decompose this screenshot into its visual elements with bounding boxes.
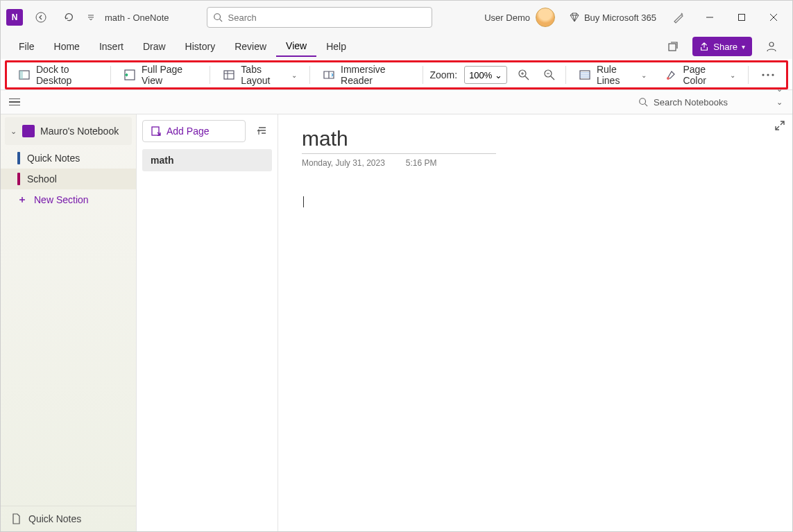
- dock-icon: [18, 69, 31, 81]
- new-section-button[interactable]: ＋ New Section: [1, 189, 136, 210]
- chevron-down-icon: ▾: [742, 43, 745, 51]
- open-in-new-window-button[interactable]: [660, 34, 685, 59]
- svg-point-0: [36, 12, 46, 22]
- search-input[interactable]: [228, 12, 426, 23]
- plus-icon: ＋: [17, 194, 27, 206]
- add-page-button[interactable]: Add Page: [142, 120, 246, 142]
- tabs-layout-icon: [223, 69, 235, 81]
- note-canvas[interactable]: math Monday, July 31, 2023 5:16 PM: [278, 114, 792, 531]
- add-page-icon: [150, 126, 161, 137]
- section-school[interactable]: School: [1, 169, 136, 189]
- user-account-button[interactable]: User Demo: [480, 8, 559, 27]
- page-title[interactable]: math: [302, 127, 496, 151]
- tabs-layout-button[interactable]: Tabs Layout ⌄: [217, 60, 302, 89]
- zoom-select[interactable]: 100% ⌄: [464, 66, 507, 84]
- svg-line-2: [219, 19, 222, 22]
- svg-point-26: [667, 77, 670, 80]
- immersive-reader-button[interactable]: Immersive Reader: [317, 60, 415, 89]
- content-area: ⌄ Mauro's Notebook Quick Notes School ＋ …: [1, 114, 792, 531]
- zoom-in-button[interactable]: [514, 62, 533, 87]
- menu-history[interactable]: History: [176, 37, 225, 56]
- svg-rect-32: [152, 127, 159, 135]
- page-item-math[interactable]: math: [142, 149, 272, 171]
- search-icon: [638, 97, 648, 107]
- svg-rect-7: [669, 44, 676, 51]
- rule-lines-icon: [579, 69, 591, 81]
- menu-bar: File Home Insert Draw History Review Vie…: [1, 34, 792, 59]
- expand-canvas-button[interactable]: [774, 120, 785, 131]
- fullpage-icon: [123, 69, 136, 81]
- svg-point-27: [762, 74, 764, 76]
- qat-customize-button[interactable]: [84, 5, 98, 30]
- svg-point-1: [214, 14, 220, 20]
- view-ribbon: Dock to Desktop Full Page View Tabs Layo…: [5, 60, 788, 89]
- pen-settings-button[interactable]: [666, 5, 691, 30]
- notebook-sidebar: ⌄ Mauro's Notebook Quick Notes School ＋ …: [1, 114, 137, 531]
- window-title: math - OneNote: [105, 12, 169, 23]
- back-button[interactable]: [28, 5, 53, 30]
- menu-file[interactable]: File: [9, 37, 44, 56]
- svg-point-30: [640, 98, 646, 105]
- menu-view[interactable]: View: [276, 36, 316, 57]
- maximize-button[interactable]: [726, 3, 758, 31]
- svg-point-29: [771, 74, 774, 76]
- svg-point-8: [769, 42, 774, 46]
- svg-rect-4: [739, 15, 745, 21]
- sort-pages-button[interactable]: [253, 121, 272, 141]
- page-list-panel: Add Page math: [137, 114, 278, 531]
- page-icon: [10, 513, 22, 524]
- page-time[interactable]: 5:16 PM: [406, 158, 437, 168]
- more-options-button[interactable]: [756, 62, 781, 87]
- svg-rect-12: [224, 71, 234, 79]
- share-icon: [699, 42, 709, 51]
- titlebar: N math - OneNote User Demo Buy Microsoft…: [1, 1, 792, 34]
- menu-home[interactable]: Home: [44, 37, 89, 56]
- notebook-icon: [22, 125, 35, 137]
- chevron-down-icon: ⌄: [730, 71, 735, 79]
- page-date[interactable]: Monday, July 31, 2023: [302, 158, 385, 168]
- window-controls: [694, 3, 790, 31]
- section-quick-notes[interactable]: Quick Notes: [1, 148, 136, 169]
- ribbon-collapse-button[interactable]: ⌄: [776, 85, 783, 94]
- rule-lines-button[interactable]: Rule Lines ⌄: [573, 60, 652, 89]
- onenote-app-icon: N: [6, 9, 23, 26]
- undo-button[interactable]: [56, 5, 81, 30]
- title-underline: [302, 153, 496, 154]
- dock-to-desktop-button[interactable]: Dock to Desktop: [12, 60, 103, 89]
- svg-point-28: [767, 74, 769, 76]
- user-avatar-icon: [536, 8, 555, 27]
- page-header: math Monday, July 31, 2023 5:16 PM: [302, 127, 496, 168]
- share-button[interactable]: Share ▾: [692, 37, 752, 56]
- chevron-down-icon: ⌄: [10, 127, 17, 136]
- chevron-down-icon: ⌄: [776, 98, 783, 107]
- svg-line-20: [551, 76, 554, 80]
- search-box[interactable]: [207, 7, 432, 28]
- notebook-picker[interactable]: ⌄ Mauro's Notebook: [5, 117, 132, 145]
- section-color-icon: [17, 173, 20, 185]
- feedback-button[interactable]: [759, 34, 784, 59]
- svg-rect-10: [19, 71, 23, 79]
- svg-line-31: [645, 104, 648, 107]
- text-cursor: [303, 196, 304, 207]
- user-label: User Demo: [484, 12, 530, 23]
- menu-review[interactable]: Review: [225, 37, 276, 56]
- search-icon: [213, 12, 223, 22]
- buy-microsoft-365-button[interactable]: Buy Microsoft 365: [562, 12, 663, 23]
- zoom-label: Zoom:: [429, 69, 457, 80]
- menu-draw[interactable]: Draw: [133, 37, 176, 56]
- search-notebooks-button[interactable]: Search Notebooks ⌄: [634, 93, 787, 111]
- search-row: Search Notebooks ⌄: [1, 89, 792, 114]
- nav-toggle-button[interactable]: [6, 94, 23, 110]
- full-page-view-button[interactable]: Full Page View: [118, 60, 203, 89]
- menu-insert[interactable]: Insert: [89, 37, 133, 56]
- diamond-icon: [569, 12, 580, 23]
- minimize-button[interactable]: [694, 3, 726, 31]
- close-button[interactable]: [758, 3, 790, 31]
- zoom-out-button[interactable]: [540, 62, 558, 87]
- quick-notes-footer-button[interactable]: Quick Notes: [1, 506, 136, 531]
- section-color-icon: [17, 152, 20, 164]
- chevron-down-icon: ⌄: [641, 71, 647, 79]
- page-color-button[interactable]: Page Color ⌄: [659, 60, 741, 89]
- menu-help[interactable]: Help: [316, 37, 356, 56]
- page-color-icon: [665, 69, 677, 81]
